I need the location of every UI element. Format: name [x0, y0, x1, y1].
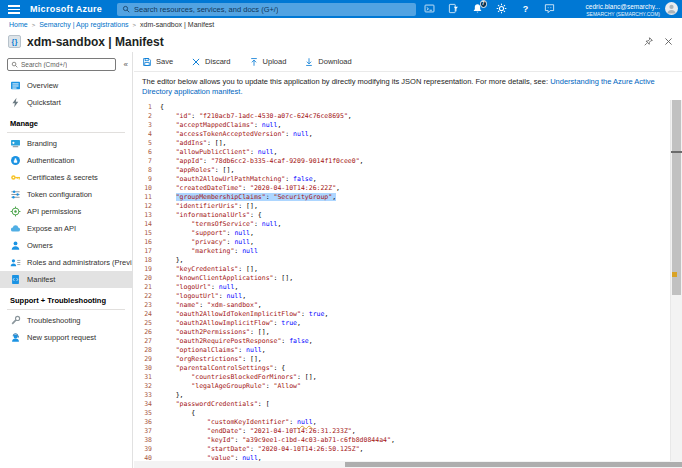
support-request-icon [10, 332, 21, 343]
notifications-bell-icon[interactable]: 7 [472, 3, 483, 14]
editor-line[interactable]: "startDate": "2020-04-10T14:26:50.125Z", [160, 445, 670, 454]
editor-line[interactable]: "keyId": "a39c9ee1-c1bd-4c03-ab71-c6fb8d… [160, 436, 670, 445]
editor-line[interactable]: "oauth2AllowIdTokenImplicitFlow": true, [160, 310, 670, 319]
sidebar-item-token-configuration[interactable]: Token configuration [0, 186, 132, 203]
manifest-json-editor[interactable]: 1234567891011121314151617181920212223242… [134, 100, 682, 468]
branding-icon [10, 138, 21, 149]
account-menu[interactable]: cedric.blanc@semarchy... SEMARCHY (SEMAR… [586, 3, 660, 17]
pin-icon[interactable] [643, 36, 654, 47]
sidebar-item-certificates-secrets[interactable]: Certificates & secrets [0, 169, 132, 186]
sidebar-item-troubleshooting[interactable]: Troubleshooting [0, 312, 132, 329]
editor-line[interactable]: "createdDateTime": "2020-04-10T14:26:22Z… [160, 184, 670, 193]
editor-line[interactable]: "addIns": [], [160, 139, 670, 148]
editor-line[interactable]: "endDate": "2021-04-10T14:26:31.233Z", [160, 427, 670, 436]
settings-gear-icon[interactable] [496, 3, 507, 14]
editor-line[interactable]: "appRoles": [], [160, 166, 670, 175]
download-button[interactable]: Download [304, 57, 351, 67]
editor-line[interactable]: "countriesBlockedForMinors": [], [160, 373, 670, 382]
editor-line[interactable]: "legalAgeGroupRule": "Allow" [160, 382, 670, 391]
breadcrumb-link[interactable]: Home [9, 21, 28, 28]
editor-line[interactable]: }, [160, 256, 670, 265]
azure-top-bar: Microsoft Azure Search resources, servic… [0, 0, 682, 18]
breadcrumb-link[interactable]: Semarchy | App registrations [39, 21, 128, 28]
editor-line[interactable]: "termsOfService": null, [160, 220, 670, 229]
editor-line[interactable]: "support": null, [160, 229, 670, 238]
help-icon[interactable]: ? [520, 3, 531, 14]
editor-line[interactable]: "value": null, [160, 454, 670, 461]
line-number: 27 [134, 337, 152, 346]
save-icon [142, 57, 152, 67]
upload-button[interactable]: Upload [249, 57, 287, 67]
editor-line[interactable]: { [160, 103, 670, 112]
hamburger-menu-icon[interactable] [8, 5, 20, 16]
editor-line[interactable]: { [160, 409, 670, 418]
sidebar-item-label: Troubleshooting [27, 316, 81, 325]
user-email: cedric.blanc@semarchy... [586, 3, 660, 11]
save-button[interactable]: Save [142, 57, 173, 67]
editor-line[interactable]: "identifierUris": [], [160, 202, 670, 211]
editor-line[interactable]: "logoutUrl": null, [160, 292, 670, 301]
editor-line[interactable]: }, [160, 391, 670, 400]
editor-line[interactable]: "groupMembershipClaims": "SecurityGroup"… [160, 193, 670, 202]
sidebar-item-roles-and-administrators-previ[interactable]: Roles and administrators (Previ... [0, 254, 132, 271]
editor-line[interactable]: "name": "xdm-sandbox", [160, 301, 670, 310]
editor-line[interactable]: "knownClientApplications": [], [160, 274, 670, 283]
editor-line[interactable]: "appId": "78db6cc2-b335-4caf-9209-9014f1… [160, 157, 670, 166]
editor-line[interactable]: "informationalUrls": { [160, 211, 670, 220]
editor-line[interactable]: "passwordCredentials": [ [160, 400, 670, 409]
avatar[interactable] [665, 2, 678, 15]
close-icon[interactable] [663, 36, 674, 47]
editor-line[interactable]: "acceptMappedClaims": null, [160, 121, 670, 130]
horizontal-scrollbar-thumb[interactable] [345, 462, 682, 467]
sidebar-item-authentication[interactable]: Authentication [0, 152, 132, 169]
main-panel: Save Discard Upload Download The editor … [134, 52, 682, 468]
editor-line[interactable]: "oauth2AllowUrlPathMatching": false, [160, 175, 670, 184]
line-number: 28 [134, 346, 152, 355]
sidebar-item-overview[interactable]: Overview [0, 77, 132, 94]
line-number: 5 [134, 139, 152, 148]
editor-line[interactable]: "marketing": null [160, 247, 670, 256]
line-number: 11 [134, 193, 152, 202]
editor-line[interactable]: "oauth2Permissions": [], [160, 328, 670, 337]
editor-line[interactable]: "optionalClaims": null, [160, 346, 670, 355]
directory-filter-icon[interactable] [448, 3, 459, 14]
sidebar-item-branding[interactable]: Branding [0, 135, 132, 152]
discard-button[interactable]: Discard [191, 57, 230, 67]
line-number: 7 [134, 157, 152, 166]
sidebar-item-label: Overview [27, 81, 58, 90]
breadcrumb-separator: > [133, 22, 137, 28]
horizontal-scrollbar[interactable] [134, 461, 682, 468]
sidebar-item-owners[interactable]: Owners [0, 237, 132, 254]
editor-line[interactable]: "customKeyIdentifier": null, [160, 418, 670, 427]
sidebar-section-header: Support + Troubleshooting [0, 288, 132, 309]
sidebar-item-expose-an-api[interactable]: Expose an API [0, 220, 132, 237]
editor-line[interactable]: "accessTokenAcceptedVersion": null, [160, 130, 670, 139]
cloud-shell-icon[interactable] [424, 3, 435, 14]
vertical-scrollbar[interactable] [670, 100, 682, 461]
line-number: 12 [134, 202, 152, 211]
line-number: 39 [134, 445, 152, 454]
feedback-icon[interactable] [544, 3, 555, 14]
sidebar-item-new-support-request[interactable]: New support request [0, 329, 132, 346]
editor-code[interactable]: { "id": "f210acb7-1adc-4530-a07c-624c76c… [160, 103, 670, 461]
collapse-sidebar-icon[interactable]: « [124, 60, 128, 69]
editor-line[interactable]: "oauth2RequirePostResponse": false, [160, 337, 670, 346]
editor-line[interactable]: "keyCredentials": [], [160, 265, 670, 274]
editor-line[interactable]: "oauth2AllowImplicitFlow": true, [160, 319, 670, 328]
vertical-scrollbar-thumb[interactable] [672, 100, 681, 295]
editor-line[interactable]: "privacy": null, [160, 238, 670, 247]
editor-line[interactable]: "id": "f210acb7-1adc-4530-a07c-624c76ce8… [160, 112, 670, 121]
sidebar-item-label: Authentication [27, 156, 75, 165]
toolbar: Save Discard Upload Download [134, 52, 682, 71]
editor-line[interactable]: "logoUrl": null, [160, 283, 670, 292]
editor-line[interactable]: "allowPublicClient": null, [160, 148, 670, 157]
global-search-input[interactable]: Search resources, services, and docs (G+… [117, 3, 416, 16]
sidebar-item-api-permissions[interactable]: API permissions [0, 203, 132, 220]
editor-line[interactable]: "parentalControlSettings": { [160, 364, 670, 373]
sidebar-item-quickstart[interactable]: Quickstart [0, 94, 132, 111]
sidebar-search-input[interactable]: Search (Cmd+/) [7, 58, 116, 71]
line-number: 14 [134, 220, 152, 229]
editor-line[interactable]: "orgRestrictions": [], [160, 355, 670, 364]
azure-brand[interactable]: Microsoft Azure [30, 4, 102, 14]
sidebar-item-manifest[interactable]: Manifest [0, 271, 132, 288]
